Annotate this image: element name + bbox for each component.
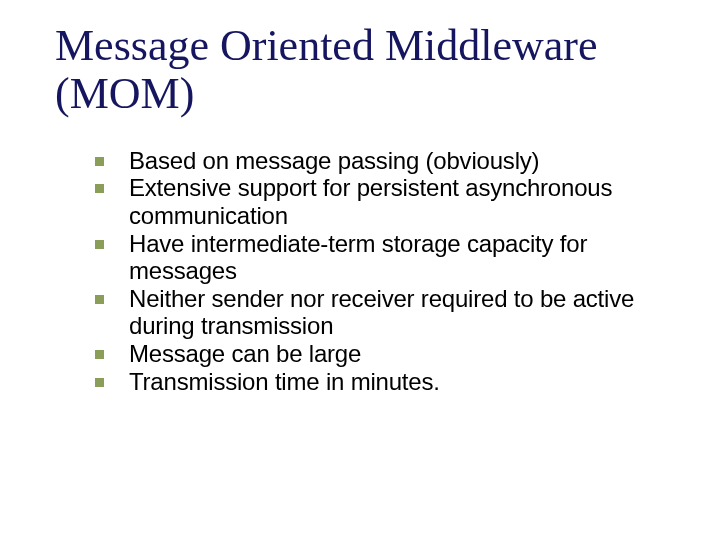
list-item: Extensive support for persistent asynchr…: [95, 174, 692, 229]
bullet-icon: [95, 295, 104, 304]
list-item: Neither sender nor receiver required to …: [95, 285, 692, 340]
list-item: Transmission time in minutes.: [95, 368, 692, 396]
slide: Message Oriented Middleware (MOM) Based …: [0, 0, 720, 540]
list-item: Message can be large: [95, 340, 692, 368]
bullet-icon: [95, 157, 104, 166]
bullet-icon: [95, 184, 104, 193]
slide-title: Message Oriented Middleware (MOM): [55, 22, 692, 119]
bullet-text: Message can be large: [129, 340, 361, 367]
bullet-text: Transmission time in minutes.: [129, 368, 440, 395]
bullet-icon: [95, 378, 104, 387]
bullet-text: Have intermediate-term storage capacity …: [129, 230, 587, 285]
list-item: Based on message passing (obviously): [95, 147, 692, 175]
bullet-text: Extensive support for persistent asynchr…: [129, 174, 612, 229]
list-item: Have intermediate-term storage capacity …: [95, 230, 692, 285]
bullet-list: Based on message passing (obviously) Ext…: [95, 147, 692, 395]
bullet-icon: [95, 350, 104, 359]
bullet-icon: [95, 240, 104, 249]
bullet-text: Neither sender nor receiver required to …: [129, 285, 634, 340]
bullet-text: Based on message passing (obviously): [129, 147, 539, 174]
